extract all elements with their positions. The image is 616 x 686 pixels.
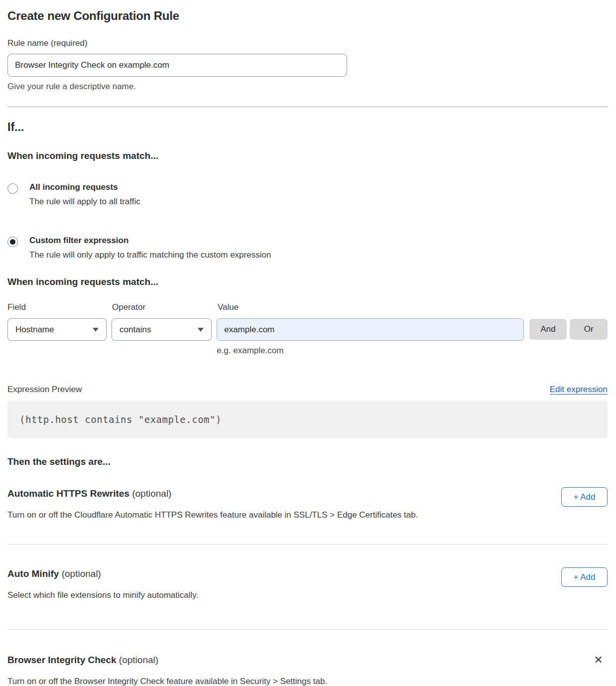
edit-expression-link[interactable]: Edit expression: [550, 385, 608, 395]
radio-selected-icon[interactable]: [7, 237, 18, 247]
or-button[interactable]: Or: [570, 319, 608, 340]
radio-option-custom-filter[interactable]: Custom filter expression The rule will o…: [7, 236, 608, 260]
setting-optional-tag: (optional): [62, 568, 101, 579]
field-select[interactable]: Hostname: [7, 318, 107, 341]
rule-name-label: Rule name (required): [7, 38, 608, 48]
builder-column-labels: Field Operator Value: [7, 302, 608, 312]
section-divider: [7, 107, 608, 107]
setting-divider: [7, 629, 608, 630]
close-icon[interactable]: ✕: [594, 655, 603, 666]
radio-option-all-incoming[interactable]: All incoming requests The rule will appl…: [7, 182, 608, 207]
add-automatic-https-rewrites-button[interactable]: + Add: [561, 487, 608, 507]
setting-auto-minify: Auto Minify (optional) Select which file…: [7, 568, 608, 629]
add-auto-minify-button[interactable]: + Add: [561, 567, 608, 587]
operator-select[interactable]: contains: [112, 318, 212, 341]
expression-preview-code: (http.host contains "example.com"): [19, 414, 222, 425]
setting-title: Browser Integrity Check: [7, 655, 117, 665]
setting-optional-tag: (optional): [119, 655, 158, 665]
operator-label: Operator: [112, 302, 218, 312]
setting-browser-integrity-check: Browser Integrity Check (optional) ✕ Tur…: [7, 655, 608, 686]
field-label: Field: [7, 302, 112, 312]
setting-automatic-https-rewrites: Automatic HTTPS Rewrites (optional) Turn…: [7, 488, 608, 544]
value-input[interactable]: [217, 318, 524, 341]
setting-divider: [7, 544, 608, 545]
operator-select-value: contains: [120, 325, 151, 335]
chevron-down-icon: [93, 328, 99, 332]
rule-name-input[interactable]: [7, 54, 347, 77]
page-title: Create new Configuration Rule: [7, 9, 608, 23]
expression-preview-box: (http.host contains "example.com"): [7, 401, 608, 438]
setting-description: Select which file extensions to minify a…: [7, 590, 198, 600]
rule-name-helper: Give your rule a descriptive name.: [7, 82, 608, 92]
radio-option-description: The rule will only apply to traffic matc…: [29, 250, 271, 260]
match-heading: When incoming requests match...: [7, 150, 608, 161]
if-heading: If...: [7, 121, 608, 134]
value-helper: e.g. example.com: [217, 346, 524, 356]
and-button[interactable]: And: [529, 319, 567, 340]
filter-builder-row: Hostname contains e.g. example.com And O…: [7, 318, 608, 356]
radio-option-label: Custom filter expression: [29, 236, 271, 246]
chevron-down-icon: [198, 328, 204, 332]
setting-description: Turn on or off the Cloudflare Automatic …: [7, 510, 418, 520]
expression-preview-label: Expression Preview: [7, 385, 82, 395]
builder-heading: When incoming requests match...: [7, 276, 608, 287]
radio-unselected-icon[interactable]: [7, 183, 18, 194]
setting-description: Turn on or off the Browser Integrity Che…: [7, 677, 608, 686]
radio-option-label: All incoming requests: [29, 182, 140, 192]
field-select-value: Hostname: [15, 325, 54, 335]
setting-optional-tag: (optional): [132, 488, 171, 499]
radio-option-description: The rule will apply to all traffic: [29, 197, 140, 207]
setting-title: Automatic HTTPS Rewrites: [7, 488, 129, 499]
value-label: Value: [218, 302, 239, 312]
settings-heading: Then the settings are...: [7, 456, 608, 467]
create-configuration-rule-form: Create new Configuration Rule Rule name …: [0, 0, 616, 686]
setting-title: Auto Minify: [7, 568, 59, 579]
